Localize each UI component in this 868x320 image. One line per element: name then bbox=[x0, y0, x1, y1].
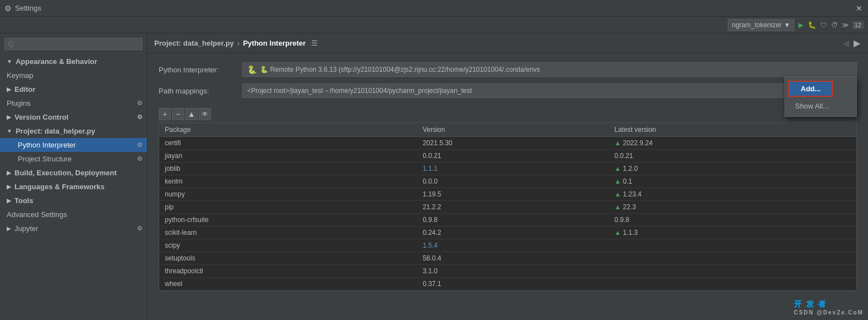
show-all-interpreters-button[interactable]: Show All... bbox=[788, 99, 853, 113]
settings-icon: ⚙ bbox=[137, 155, 143, 163]
sidebar-item-appearance[interactable]: ▼ Appearance & Behavior bbox=[0, 55, 147, 68]
package-toolbar: + − ▲ 👁 bbox=[159, 105, 857, 122]
arrow-icon: ▶ bbox=[7, 114, 11, 120]
sidebar-item-label: Appearance & Behavior bbox=[16, 57, 97, 66]
coverage-icon[interactable]: 🛡 bbox=[819, 21, 828, 29]
sidebar-item-languages[interactable]: ▶ Languages & Frameworks bbox=[0, 180, 147, 194]
sidebar-item-project-structure[interactable]: Project Structure ⚙ bbox=[0, 152, 147, 166]
more-icon[interactable]: ≫ bbox=[841, 21, 850, 29]
sidebar-item-keymap[interactable]: Keymap bbox=[0, 68, 147, 82]
sidebar-item-label: Tools bbox=[14, 196, 33, 205]
sidebar-search-input[interactable] bbox=[4, 38, 143, 50]
breadcrumb-separator: › bbox=[237, 39, 239, 47]
breadcrumb-settings-icon[interactable]: ☰ bbox=[311, 39, 318, 47]
package-version: 0.0.0 bbox=[417, 175, 609, 188]
show-details-button[interactable]: 👁 bbox=[199, 108, 211, 120]
sidebar-item-editor[interactable]: ▶ Editor bbox=[0, 82, 147, 96]
table-row[interactable]: scikit-learn0.24.2▲ 1.1.3 bbox=[159, 227, 856, 239]
upgrade-package-button[interactable]: ▲ bbox=[185, 108, 198, 120]
package-version[interactable]: 1.5.4 bbox=[417, 239, 609, 252]
package-name: joblib bbox=[159, 163, 417, 175]
package-version: 0.24.2 bbox=[417, 227, 609, 239]
package-table-container: Package Version Latest version certifi20… bbox=[159, 122, 857, 291]
sidebar-item-jupyter[interactable]: ▶ Jupyter ⚙ bbox=[0, 221, 147, 235]
package-version: 0.9.8 bbox=[417, 214, 609, 227]
package-table: Package Version Latest version certifi20… bbox=[159, 123, 856, 291]
remove-package-button[interactable]: − bbox=[172, 108, 184, 120]
interpreter-label: Python Interpreter: bbox=[159, 66, 237, 74]
close-button[interactable]: ✕ bbox=[855, 4, 864, 13]
run-config-label: ngram_tokenizer bbox=[732, 21, 781, 29]
add-interpreter-button[interactable]: Add... bbox=[788, 81, 833, 97]
sidebar-item-plugins[interactable]: Plugins ⚙ bbox=[0, 96, 147, 110]
package-latest-version: ▲ 22.3 bbox=[609, 201, 856, 214]
arrow-icon: ▼ bbox=[7, 58, 12, 65]
package-latest-version: 0.9.8 bbox=[609, 214, 856, 227]
table-row[interactable]: threadpoolctl3.1.0 bbox=[159, 265, 856, 278]
arrow-icon: ▼ bbox=[7, 128, 12, 134]
table-row[interactable]: scipy1.5.4 bbox=[159, 239, 856, 252]
sidebar-item-build[interactable]: ▶ Build, Execution, Deployment bbox=[0, 166, 147, 180]
breadcrumb-parent[interactable]: Project: data_helper.py bbox=[154, 39, 234, 47]
table-row[interactable]: jiayan0.0.210.0.21 bbox=[159, 150, 856, 163]
package-version: 21.2.2 bbox=[417, 201, 609, 214]
debug-icon[interactable]: 🐛 bbox=[808, 21, 817, 29]
sidebar-item-advanced[interactable]: Advanced Settings bbox=[0, 208, 147, 221]
interpreter-value-text: 🐍 Remote Python 3.6.13 (sftp://y21010100… bbox=[260, 66, 540, 73]
package-version: 0.37.1 bbox=[417, 278, 609, 291]
table-header-row: Package Version Latest version bbox=[159, 123, 856, 137]
package-version: 0.0.21 bbox=[417, 150, 609, 163]
package-version[interactable]: 1.1.1 bbox=[417, 163, 609, 175]
title-bar-left: ⚙ Settings bbox=[4, 4, 41, 13]
table-row[interactable]: wheel0.37.1 bbox=[159, 278, 856, 291]
interpreter-row: Python Interpreter: 🐍 🐍 Remote Python 3.… bbox=[159, 62, 857, 77]
sidebar-item-label: Version Control bbox=[14, 113, 68, 121]
package-latest-version: ▲ 1.2.0 bbox=[609, 163, 856, 175]
run-config-dropdown[interactable]: ngram_tokenizer ▼ bbox=[728, 19, 794, 31]
breadcrumb-bar: Project: data_helper.py › Python Interpr… bbox=[148, 33, 868, 53]
content-area: Project: data_helper.py › Python Interpr… bbox=[148, 33, 868, 320]
title-bar: ⚙ Settings ✕ bbox=[0, 0, 868, 17]
table-row[interactable]: joblib1.1.1▲ 1.2.0 bbox=[159, 163, 856, 175]
package-latest-version: 0.0.21 bbox=[609, 150, 856, 163]
package-latest-version bbox=[609, 265, 856, 278]
table-row[interactable]: numpy1.19.5▲ 1.23.4 bbox=[159, 188, 856, 201]
sidebar-item-python-interpreter[interactable]: Python Interpreter ⚙ bbox=[0, 138, 147, 152]
package-version: 1.19.5 bbox=[417, 188, 609, 201]
table-row[interactable]: setuptools58.0.4 bbox=[159, 252, 856, 265]
package-name: scikit-learn bbox=[159, 227, 417, 239]
nav-back-button[interactable]: ◀ bbox=[841, 38, 850, 48]
arrow-icon: ▶ bbox=[7, 170, 11, 176]
package-latest-version bbox=[609, 252, 856, 265]
package-latest-version: ▲ 1.23.4 bbox=[609, 188, 856, 201]
path-label: Path mappings: bbox=[159, 87, 237, 95]
sidebar-item-label: Project: data_helper.py bbox=[16, 127, 95, 135]
run-icon[interactable]: ▶ bbox=[797, 21, 806, 29]
package-latest-version bbox=[609, 278, 856, 291]
col-package: Package bbox=[159, 123, 417, 137]
sidebar-item-version-control[interactable]: ▶ Version Control ⚙ bbox=[0, 110, 147, 124]
title-bar-right: ✕ bbox=[855, 4, 864, 13]
package-name: certifi bbox=[159, 137, 417, 150]
table-row[interactable]: pip21.2.2▲ 22.3 bbox=[159, 201, 856, 214]
sidebar-item-tools[interactable]: ▶ Tools bbox=[0, 194, 147, 208]
package-latest-version: ▲ 2022.9.24 bbox=[609, 137, 856, 150]
sidebar-item-label: Advanced Settings bbox=[7, 210, 67, 219]
path-value-field[interactable]: <Project root>/jiayan_test→/home/y210101… bbox=[242, 83, 837, 98]
package-name: python-crfsuite bbox=[159, 214, 417, 227]
profile-icon[interactable]: ⏱ bbox=[830, 21, 839, 29]
package-name: threadpoolctl bbox=[159, 265, 417, 278]
breadcrumb-nav: ◀ ▶ bbox=[841, 38, 861, 48]
interpreter-value-field[interactable]: 🐍 🐍 Remote Python 3.6.13 (sftp://y210101… bbox=[242, 62, 857, 77]
table-row[interactable]: kenlm0.0.0▲ 0.1 bbox=[159, 175, 856, 188]
sidebar-item-project[interactable]: ▼ Project: data_helper.py bbox=[0, 124, 147, 138]
sidebar-item-label: Project Structure bbox=[18, 155, 72, 163]
table-row[interactable]: certifi2021.5.30▲ 2022.9.24 bbox=[159, 137, 856, 150]
package-version: 58.0.4 bbox=[417, 252, 609, 265]
add-package-button[interactable]: + bbox=[159, 108, 171, 120]
nav-forward-button[interactable]: ▶ bbox=[852, 38, 861, 48]
settings-icon: ⚙ bbox=[137, 225, 143, 232]
sidebar-item-label: Python Interpreter bbox=[18, 141, 76, 149]
table-row[interactable]: python-crfsuite0.9.80.9.8 bbox=[159, 214, 856, 227]
package-name: scipy bbox=[159, 239, 417, 252]
